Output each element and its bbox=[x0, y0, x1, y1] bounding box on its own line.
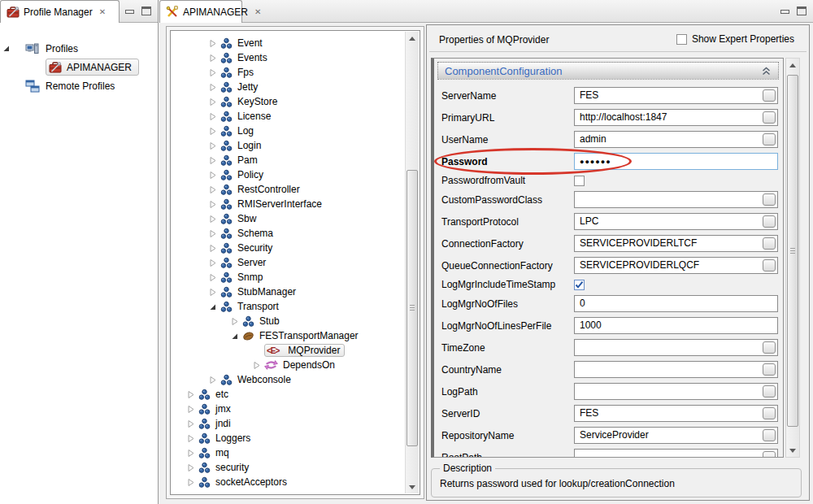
field-options-button[interactable] bbox=[763, 341, 776, 354]
field-options-button[interactable] bbox=[763, 237, 776, 250]
countryname-input[interactable] bbox=[574, 361, 778, 378]
collapse-chevron-icon[interactable] bbox=[761, 66, 772, 76]
expand-arrow-expanded-icon[interactable] bbox=[231, 332, 242, 341]
tree-item-sbw[interactable]: Sbw bbox=[171, 211, 420, 226]
tree-item-login[interactable]: Login bbox=[171, 138, 420, 153]
logmgrincludetimestamp-checkbox[interactable] bbox=[574, 280, 585, 290]
tree-item-rmiserverinterface[interactable]: RMIServerInterface bbox=[171, 197, 420, 211]
tree-item-security[interactable]: security bbox=[171, 460, 420, 475]
logpath-input[interactable] bbox=[574, 383, 778, 400]
timezone-input[interactable] bbox=[574, 339, 778, 356]
tree-item-jndi[interactable]: jndi bbox=[171, 416, 420, 431]
rootpath-input[interactable] bbox=[574, 449, 778, 458]
logmgrnooffiles-input[interactable]: 0 bbox=[574, 295, 778, 312]
expand-arrow-collapsed-icon[interactable] bbox=[209, 171, 220, 180]
tree-item-jetty[interactable]: Jetty bbox=[171, 80, 420, 94]
section-header-componentconfiguration[interactable]: ComponentConfiguration bbox=[437, 62, 779, 80]
tree-item-profiles[interactable]: Profiles bbox=[0, 39, 158, 58]
tab-profile-manager[interactable]: Profile Manager ✕ bbox=[0, 0, 120, 23]
connectionfactory-input[interactable]: SERVICEPROVIDERLTCF bbox=[574, 235, 778, 252]
tree-item-etc[interactable]: etc bbox=[171, 387, 420, 402]
tree-item-mqprovider[interactable]: <E>MQProvider bbox=[171, 343, 420, 358]
expand-arrow-collapsed-icon[interactable] bbox=[209, 288, 220, 297]
expand-arrow-collapsed-icon[interactable] bbox=[209, 83, 220, 92]
field-options-button[interactable] bbox=[763, 451, 776, 458]
logmgrnooflinesperfile-input[interactable]: 1000 bbox=[574, 317, 778, 334]
tree-item-restcontroller[interactable]: RestController bbox=[171, 182, 420, 197]
tree-item-remote-profiles[interactable]: Remote Profiles bbox=[0, 76, 158, 95]
tree-item-keystore[interactable]: KeyStore bbox=[171, 94, 420, 109]
expand-arrow-collapsed-icon[interactable] bbox=[187, 419, 198, 428]
expand-arrow-collapsed-icon[interactable] bbox=[209, 259, 220, 267]
expand-arrow-collapsed-icon[interactable] bbox=[209, 54, 220, 63]
tree-item-schema[interactable]: Schema bbox=[171, 226, 420, 241]
tree-item-dependson[interactable]: DependsOn bbox=[171, 358, 420, 372]
scroll-up-icon[interactable] bbox=[786, 59, 799, 72]
tree-item-snmp[interactable]: Snmp bbox=[171, 270, 420, 285]
repositoryname-input[interactable]: ServiceProvider bbox=[574, 427, 778, 444]
scrollbar-thumb[interactable] bbox=[787, 75, 798, 427]
field-options-button[interactable] bbox=[763, 259, 776, 272]
expand-arrow-collapsed-icon[interactable] bbox=[209, 141, 220, 150]
tree-item-loggers[interactable]: Loggers bbox=[171, 431, 420, 445]
tree-item-mq[interactable]: mq bbox=[171, 445, 420, 460]
field-options-button[interactable] bbox=[763, 89, 776, 102]
tree-item-jmx[interactable]: jmx bbox=[171, 402, 420, 416]
tree-item-policy[interactable]: Policy bbox=[171, 167, 420, 182]
tree-scrollbar[interactable] bbox=[405, 32, 419, 493]
queueconnectionfactory-input[interactable]: SERVICEPROVIDERLQCF bbox=[574, 257, 778, 274]
expand-arrow-collapsed-icon[interactable] bbox=[187, 434, 198, 443]
tree-item-pam[interactable]: Pam bbox=[171, 153, 420, 167]
field-options-button[interactable] bbox=[763, 193, 776, 206]
scrollbar-thumb[interactable] bbox=[406, 170, 418, 446]
expand-arrow-collapsed-icon[interactable] bbox=[231, 317, 242, 326]
field-options-button[interactable] bbox=[763, 133, 776, 146]
tree-item-events[interactable]: Events bbox=[171, 50, 420, 65]
expand-arrow-collapsed-icon[interactable] bbox=[209, 156, 220, 165]
serverid-input[interactable]: FES bbox=[574, 405, 778, 422]
username-input[interactable]: admin bbox=[574, 131, 778, 148]
show-expert-properties-checkbox[interactable] bbox=[676, 34, 687, 45]
show-expert-properties[interactable]: Show Expert Properties bbox=[676, 33, 794, 45]
field-options-button[interactable] bbox=[763, 111, 776, 124]
expand-arrow-collapsed-icon[interactable] bbox=[209, 200, 220, 209]
tree-item-event[interactable]: Event bbox=[171, 36, 420, 50]
tree-item-security[interactable]: Security bbox=[171, 241, 420, 255]
scroll-down-icon[interactable] bbox=[406, 480, 419, 493]
field-options-button[interactable] bbox=[763, 215, 776, 228]
tree-item-festransportmanager[interactable]: FESTransportManager bbox=[171, 328, 420, 343]
expand-arrow-collapsed-icon[interactable] bbox=[209, 68, 220, 77]
minimize-icon[interactable] bbox=[780, 10, 789, 14]
primaryurl-input[interactable]: http://localhost:1847 bbox=[574, 109, 778, 126]
scroll-up-icon[interactable] bbox=[406, 32, 419, 45]
expand-arrow-collapsed-icon[interactable] bbox=[209, 112, 220, 121]
maximize-icon[interactable] bbox=[797, 7, 806, 15]
expand-arrow-collapsed-icon[interactable] bbox=[209, 244, 220, 253]
expand-arrow-collapsed-icon[interactable] bbox=[209, 215, 220, 224]
expand-arrow-expanded-icon[interactable] bbox=[2, 44, 11, 53]
tree-item-socketacceptors[interactable]: socketAcceptors bbox=[171, 475, 420, 489]
tree-item-stub[interactable]: Stub bbox=[171, 314, 420, 328]
tree-item-server[interactable]: Server bbox=[171, 255, 420, 270]
maximize-icon[interactable] bbox=[141, 7, 151, 15]
minimize-icon[interactable] bbox=[125, 10, 134, 14]
password-input[interactable]: ●●●●●● bbox=[574, 153, 778, 170]
tree-item-transport[interactable]: Transport bbox=[171, 299, 420, 314]
custompasswordclass-input[interactable] bbox=[574, 191, 778, 208]
expand-arrow-collapsed-icon[interactable] bbox=[209, 98, 220, 106]
close-icon[interactable]: ✕ bbox=[99, 7, 106, 16]
field-options-button[interactable] bbox=[763, 363, 776, 376]
field-options-button[interactable] bbox=[763, 407, 776, 419]
expand-arrow-collapsed-icon[interactable] bbox=[209, 229, 220, 238]
expand-arrow-collapsed-icon[interactable] bbox=[187, 449, 198, 458]
scroll-down-icon[interactable] bbox=[786, 444, 799, 457]
expand-arrow-collapsed-icon[interactable] bbox=[187, 478, 198, 487]
expand-arrow-expanded-icon[interactable] bbox=[209, 302, 220, 311]
tree-item-license[interactable]: License bbox=[171, 109, 420, 124]
expand-arrow-collapsed-icon[interactable] bbox=[187, 390, 198, 399]
expand-arrow-collapsed-icon[interactable] bbox=[253, 361, 264, 370]
tree-item-apimanager[interactable]: APIMANAGER bbox=[0, 58, 158, 76]
transportprotocol-input[interactable]: LPC bbox=[574, 213, 778, 230]
expand-arrow-collapsed-icon[interactable] bbox=[209, 185, 220, 194]
properties-scrollbar[interactable] bbox=[785, 58, 800, 458]
